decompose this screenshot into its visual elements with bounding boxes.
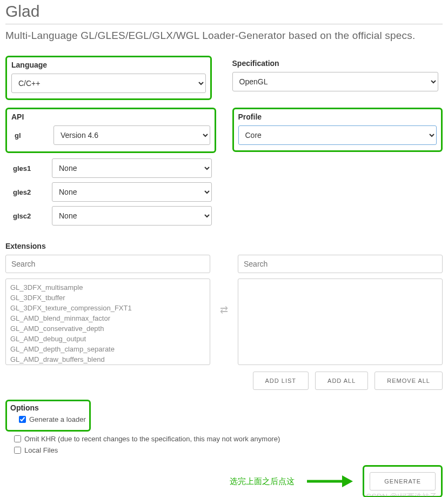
generate-highlight: GENERATE [363, 465, 443, 497]
api-glsc2-select[interactable]: None [52, 206, 212, 226]
header: Glad [5, 0, 443, 24]
local-files-checkbox[interactable] [14, 447, 21, 454]
language-label: Language [11, 61, 206, 69]
extensions-available-list[interactable]: GL_3DFX_multisample GL_3DFX_tbuffer GL_3… [5, 279, 210, 365]
api-gles2-select[interactable]: None [52, 182, 212, 202]
annotation-text: 选完上面之后点这 [230, 476, 295, 487]
profile-section: Profile Core [232, 108, 443, 152]
ext-item[interactable]: GL_AMD_blend_minmax_factor [10, 313, 205, 323]
ext-item[interactable]: GL_3DFX_texture_compression_FXT1 [10, 303, 205, 313]
api-gles1-select[interactable]: None [52, 158, 212, 178]
ext-item[interactable]: GL_AMD_depth_clamp_separate [10, 344, 205, 354]
profile-label: Profile [238, 112, 437, 121]
add-list-button[interactable]: ADD LIST [253, 372, 309, 390]
arrow-icon [304, 473, 353, 489]
extensions-section: Extensions GL_3DFX_multisample GL_3DFX_t… [5, 242, 443, 390]
api-gles2-label: gles2 [10, 188, 52, 196]
remove-all-button[interactable]: REMOVE ALL [375, 372, 443, 390]
extensions-search-left[interactable] [5, 255, 210, 273]
ext-item[interactable]: GL_3DFX_multisample [10, 282, 205, 293]
add-all-button[interactable]: ADD ALL [315, 372, 368, 390]
api-gles1-label: gles1 [10, 164, 52, 173]
extensions-search-right[interactable] [238, 255, 443, 273]
api-gl-select[interactable]: Version 4.6 [54, 125, 210, 145]
ext-item[interactable]: GL_AMD_conservative_depth [10, 323, 205, 334]
api-label: API [11, 112, 210, 121]
omit-khr-checkbox[interactable] [14, 435, 21, 442]
ext-item[interactable]: GL_AMD_draw_buffers_blend [10, 354, 205, 365]
profile-select[interactable]: Core [238, 125, 437, 145]
language-select[interactable]: C/C++ [11, 74, 206, 93]
generate-loader-checkbox[interactable] [19, 416, 26, 423]
swap-icon: ⇄ [220, 304, 228, 316]
options-section: Options Generate a loader Omit KHR (due … [5, 400, 443, 454]
extensions-label: Extensions [5, 242, 443, 250]
specification-label: Specification [232, 59, 439, 68]
api-gl-label: gl [11, 131, 54, 140]
language-section: Language C/C++ [5, 56, 212, 100]
page-title: Glad [5, 2, 443, 21]
subtitle: Multi-Language GL/GLES/EGL/GLX/WGL Loade… [5, 30, 443, 42]
extensions-selected-list[interactable] [238, 279, 443, 365]
ext-item[interactable]: GL_3DFX_tbuffer [10, 293, 205, 303]
options-highlight: Options Generate a loader [5, 400, 91, 432]
omit-khr-label: Omit KHR (due to recent changes to the s… [24, 435, 280, 443]
local-files-label: Local Files [24, 446, 58, 454]
svg-marker-1 [342, 475, 353, 487]
api-section: API gl Version 4.6 [5, 108, 216, 153]
specification-select[interactable]: OpenGL [232, 72, 439, 91]
generate-loader-label: Generate a loader [29, 415, 86, 423]
generate-button[interactable]: GENERATE [370, 472, 436, 491]
options-label: Options [10, 403, 86, 412]
ext-item[interactable]: GL_AMD_debug_output [10, 334, 205, 344]
api-glsc2-label: glsc2 [10, 212, 52, 220]
